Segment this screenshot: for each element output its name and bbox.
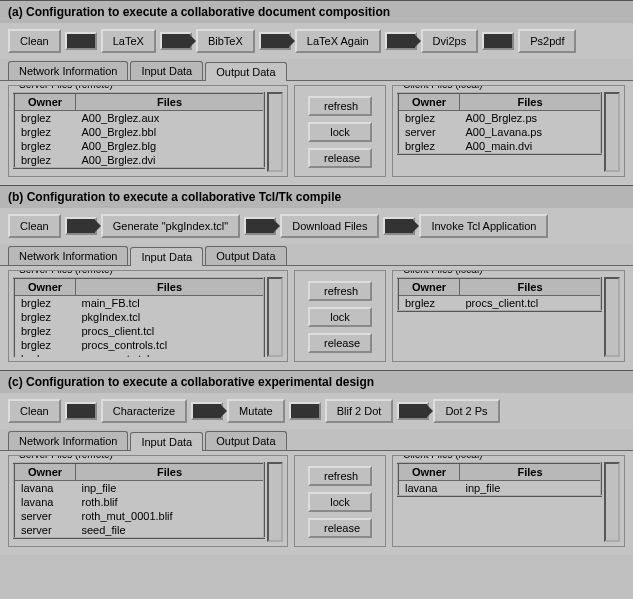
panels: Server Files (remote)OwnerFileslavanainp… — [0, 451, 633, 555]
files-header: Files — [460, 463, 602, 481]
blif-2-dot-button[interactable]: Blif 2 Dot — [325, 399, 394, 423]
tab-input-data[interactable]: Input Data — [130, 432, 203, 451]
latex-again-button[interactable]: LaTeX Again — [295, 29, 381, 53]
lock-button[interactable]: lock — [308, 492, 372, 512]
file-cell: procs_client.tcl — [76, 324, 265, 338]
tab-network-information[interactable]: Network Information — [8, 61, 128, 80]
tab-network-information[interactable]: Network Information — [8, 431, 128, 450]
owner-cell: lavana — [398, 481, 460, 497]
arrow-icon — [383, 217, 415, 235]
lock-button[interactable]: lock — [308, 307, 372, 327]
client-legend: Client Files (local) — [401, 85, 484, 90]
tab-output-data[interactable]: Output Data — [205, 62, 286, 81]
refresh-button[interactable]: refresh — [308, 466, 372, 486]
table-row[interactable]: serverroth_mut_0001.blif — [14, 509, 264, 523]
arrow-icon — [160, 32, 192, 50]
table-row[interactable]: serverseed_file — [14, 523, 264, 538]
server-files-panel: Server Files (remote)OwnerFileslavanainp… — [8, 455, 288, 547]
owner-cell: brglez — [14, 338, 76, 352]
latex-button[interactable]: LaTeX — [101, 29, 156, 53]
dot-2-ps-button[interactable]: Dot 2 Ps — [433, 399, 499, 423]
file-cell: A00_Brglez.dvi — [76, 153, 265, 168]
table-row[interactable]: brglezmain_FB.tcl — [14, 296, 264, 311]
owner-cell: brglez — [14, 139, 76, 153]
clean-button[interactable]: Clean — [8, 214, 61, 238]
table-row[interactable]: brglezA00_Brglez.bbl — [14, 125, 264, 139]
file-cell: seed_file — [76, 523, 265, 538]
table-row[interactable]: lavanaroth.blif — [14, 495, 264, 509]
arrow-icon — [65, 217, 97, 235]
dvi2ps-button[interactable]: Dvi2ps — [421, 29, 479, 53]
tab-input-data[interactable]: Input Data — [130, 247, 203, 266]
table-row[interactable]: lavanainp_file — [398, 481, 601, 497]
tab-output-data[interactable]: Output Data — [205, 246, 286, 265]
table-row[interactable]: brglezA00_Brglez.dvi — [14, 153, 264, 168]
arrow-icon — [397, 402, 429, 420]
section-title: (c) Configuration to execute a collabora… — [0, 371, 633, 393]
mutate-button[interactable]: Mutate — [227, 399, 285, 423]
owner-cell: server — [398, 125, 460, 139]
scrollbar[interactable] — [267, 462, 283, 542]
owner-cell: brglez — [14, 310, 76, 324]
tab-input-data[interactable]: Input Data — [130, 61, 203, 80]
owner-cell: brglez — [14, 111, 76, 126]
tab-output-data[interactable]: Output Data — [205, 431, 286, 450]
generate-pkgindex-tcl--button[interactable]: Generate "pkgIndex.tcl" — [101, 214, 240, 238]
owner-cell: server — [14, 523, 76, 538]
download-files-button[interactable]: Download Files — [280, 214, 379, 238]
clean-button[interactable]: Clean — [8, 29, 61, 53]
lock-button[interactable]: lock — [308, 122, 372, 142]
owner-cell: server — [14, 509, 76, 523]
scrollbar[interactable] — [267, 277, 283, 357]
section-2: (c) Configuration to execute a collabora… — [0, 370, 633, 555]
section-0: (a) Configuration to execute a collabora… — [0, 0, 633, 185]
table-row[interactable]: brglezprocs_client.tcl — [14, 324, 264, 338]
arrow-icon — [385, 32, 417, 50]
invoke-tcl-application-button[interactable]: Invoke Tcl Application — [419, 214, 548, 238]
client-table: OwnerFileslavanainp_file — [397, 462, 602, 497]
table-row[interactable]: brglezpkgIndex.tcl — [14, 310, 264, 324]
release-button[interactable]: release — [308, 333, 372, 353]
server-table: OwnerFilesbrglezA00_Brglez.auxbrglezA00_… — [13, 92, 265, 169]
refresh-button[interactable]: refresh — [308, 96, 372, 116]
table-row[interactable]: brglezprocs_nuts.tcl — [14, 352, 264, 357]
clean-button[interactable]: Clean — [8, 399, 61, 423]
scrollbar[interactable] — [604, 462, 620, 542]
table-row[interactable]: brglezA00_main.dvi — [398, 139, 601, 154]
table-row[interactable]: brglezprocs_client.tcl — [398, 296, 601, 312]
release-button[interactable]: release — [308, 518, 372, 538]
table-row[interactable]: serverA00_Lavana.ps — [398, 125, 601, 139]
toolbar: CleanLaTeXBibTeXLaTeX AgainDvi2psPs2pdf — [0, 23, 633, 59]
owner-cell: brglez — [14, 296, 76, 311]
bibtex-button[interactable]: BibTeX — [196, 29, 255, 53]
file-cell: A00_Brglez.blg — [76, 139, 265, 153]
panels: Server Files (remote)OwnerFilesbrglezA00… — [0, 81, 633, 185]
release-button[interactable]: release — [308, 148, 372, 168]
tab-network-information[interactable]: Network Information — [8, 246, 128, 265]
section-1: (b) Configuration to execute a collabora… — [0, 185, 633, 370]
section-title: (a) Configuration to execute a collabora… — [0, 1, 633, 23]
arrow-icon — [259, 32, 291, 50]
server-files-panel: Server Files (remote)OwnerFilesbrglezmai… — [8, 270, 288, 362]
owner-header: Owner — [398, 463, 460, 481]
table-row[interactable]: brglezA00_Brglez.aux — [14, 111, 264, 126]
server-legend: Server Files (remote) — [17, 455, 115, 460]
files-header: Files — [460, 93, 602, 111]
owner-cell: brglez — [14, 125, 76, 139]
scrollbar[interactable] — [267, 92, 283, 172]
scrollbar[interactable] — [604, 277, 620, 357]
tab-bar: Network InformationInput DataOutput Data — [0, 61, 633, 81]
client-files-panel: Client Files (local)OwnerFilesbrglezproc… — [392, 270, 625, 362]
ps2pdf-button[interactable]: Ps2pdf — [518, 29, 576, 53]
table-row[interactable]: lavanainp_file — [14, 481, 264, 496]
characterize-button[interactable]: Characterize — [101, 399, 187, 423]
table-row[interactable]: brglezA00_Brglez.ps — [398, 111, 601, 126]
file-cell: A00_Brglez.aux — [76, 111, 265, 126]
table-row[interactable]: brglezprocs_controls.tcl — [14, 338, 264, 352]
table-row[interactable]: brglezA00_Brglez.blg — [14, 139, 264, 153]
file-cell: procs_controls.tcl — [76, 338, 265, 352]
owner-cell: brglez — [398, 111, 460, 126]
tab-bar: Network InformationInput DataOutput Data — [0, 431, 633, 451]
refresh-button[interactable]: refresh — [308, 281, 372, 301]
scrollbar[interactable] — [604, 92, 620, 172]
